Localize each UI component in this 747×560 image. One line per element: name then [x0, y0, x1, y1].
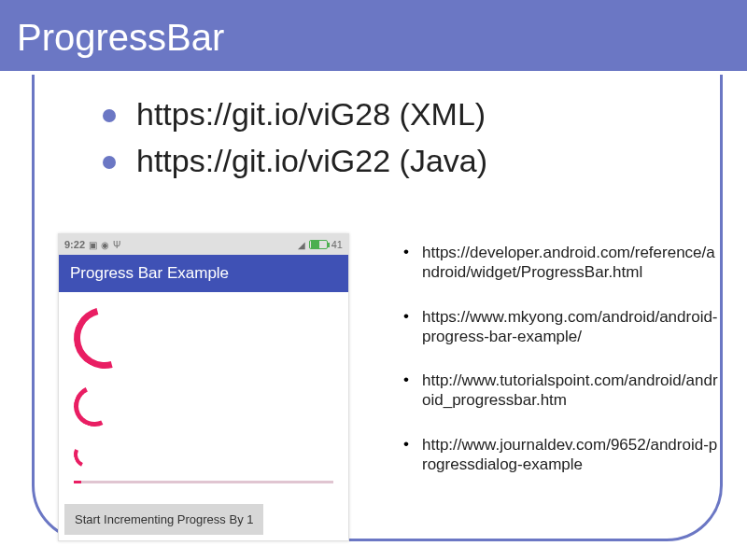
- circular-progress-large-icon: [63, 296, 147, 380]
- main-link-list: https://git.io/viG28 (XML) https://git.i…: [103, 93, 700, 187]
- list-item: http://www.journaldev.com/9652/android-p…: [402, 435, 719, 475]
- image-icon: ▣: [89, 240, 97, 250]
- list-item: http://www.tutorialspoint.com/android/an…: [402, 371, 719, 411]
- slide-title: ProgressBar: [0, 0, 747, 75]
- start-incrementing-button[interactable]: Start Incrementing Progress By 1: [64, 504, 263, 535]
- status-bar: 9:22 ▣ ◉ Ψ ◢ 41: [59, 234, 348, 255]
- camera-icon: ◉: [101, 240, 109, 250]
- status-time: 9:22: [64, 239, 85, 250]
- battery-icon: [309, 240, 328, 249]
- spinner-area: [59, 292, 348, 491]
- phone-screenshot: 9:22 ▣ ◉ Ψ ◢ 41 Progress Bar Example Sta…: [58, 233, 349, 541]
- list-item: https://git.io/viG22 (Java): [103, 140, 700, 183]
- usb-icon: Ψ: [113, 240, 120, 250]
- list-item: https://www.mkyong.com/android/android-p…: [402, 307, 719, 347]
- horizontal-progress-bar: [74, 481, 333, 483]
- list-item: https://developer.android.com/reference/…: [402, 243, 719, 283]
- battery-pct: 41: [331, 239, 343, 250]
- circular-progress-medium-icon: [68, 380, 120, 432]
- list-item: https://git.io/viG28 (XML): [103, 93, 700, 136]
- signal-icon: ◢: [298, 240, 305, 250]
- reference-list: https://developer.android.com/reference/…: [402, 243, 719, 498]
- circular-progress-small-icon: [70, 438, 104, 471]
- app-bar-title: Progress Bar Example: [59, 255, 348, 292]
